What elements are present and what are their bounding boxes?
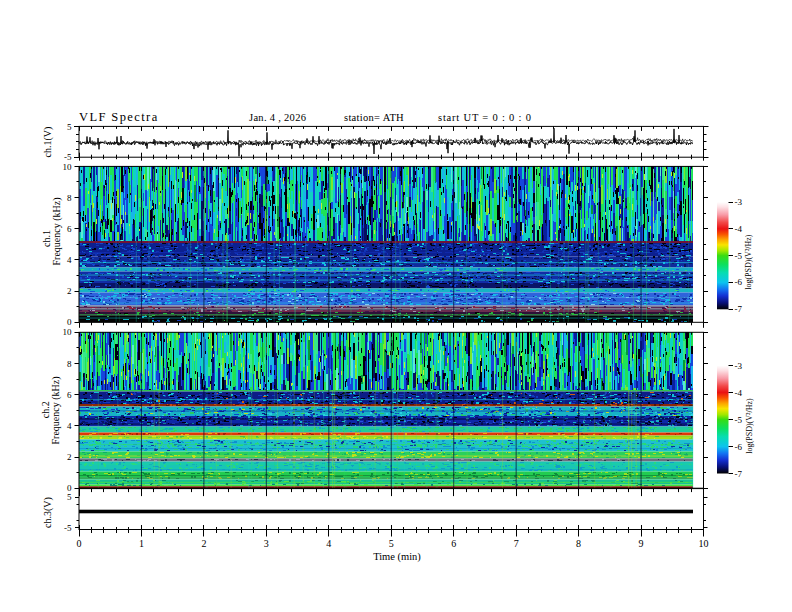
svg-text:2: 2 <box>201 538 206 549</box>
svg-text:log(PSD)(V²/Hz): log(PSD)(V²/Hz) <box>745 234 754 290</box>
svg-text:4: 4 <box>326 538 331 549</box>
svg-text:Time (min): Time (min) <box>373 551 421 563</box>
svg-text:-5: -5 <box>64 523 72 533</box>
svg-text:10: 10 <box>63 327 73 337</box>
svg-text:Jan. 4 , 2026: Jan. 4 , 2026 <box>249 112 306 123</box>
svg-text:ch.3(V): ch.3(V) <box>42 497 54 528</box>
svg-text:10: 10 <box>699 538 709 549</box>
svg-text:8: 8 <box>67 359 72 369</box>
svg-text:0: 0 <box>77 538 82 549</box>
svg-text:-3: -3 <box>735 361 743 371</box>
svg-text:4: 4 <box>67 421 72 431</box>
svg-text:Frequency (kHz): Frequency (kHz) <box>51 197 63 265</box>
svg-text:6: 6 <box>67 224 72 234</box>
svg-text:station= ATH: station= ATH <box>344 112 404 123</box>
svg-text:ch.1(V): ch.1(V) <box>42 127 54 158</box>
svg-text:-4: -4 <box>735 224 743 234</box>
svg-text:1: 1 <box>139 538 144 549</box>
svg-text:8: 8 <box>67 193 72 203</box>
svg-text:log(PSD)(V²/Hz): log(PSD)(V²/Hz) <box>745 398 754 454</box>
svg-text:-6: -6 <box>735 277 743 287</box>
svg-text:8: 8 <box>576 538 581 549</box>
svg-text:6: 6 <box>451 538 456 549</box>
svg-text:-5: -5 <box>735 415 743 425</box>
svg-text:7: 7 <box>514 538 519 549</box>
svg-text:-7: -7 <box>735 469 743 479</box>
svg-text:4: 4 <box>67 255 72 265</box>
svg-text:-6: -6 <box>735 442 743 452</box>
svg-text:start UT = 0 : 0 : 0: start UT = 0 : 0 : 0 <box>438 112 532 123</box>
svg-text:5: 5 <box>389 538 394 549</box>
svg-text:Frequency (kHz): Frequency (kHz) <box>50 376 62 444</box>
svg-text:5: 5 <box>67 122 72 132</box>
svg-text:2: 2 <box>67 286 72 296</box>
svg-text:-7: -7 <box>735 304 743 314</box>
svg-text:6: 6 <box>67 390 72 400</box>
svg-text:-4: -4 <box>735 388 743 398</box>
svg-text:0: 0 <box>67 317 72 327</box>
svg-text:-3: -3 <box>735 197 743 207</box>
svg-text:VLF Spectra: VLF Spectra <box>79 110 159 124</box>
svg-text:-5: -5 <box>735 251 743 261</box>
svg-text:10: 10 <box>63 162 73 172</box>
svg-text:2: 2 <box>67 452 72 462</box>
svg-text:9: 9 <box>639 538 644 549</box>
svg-text:3: 3 <box>264 538 269 549</box>
svg-text:5: 5 <box>67 492 72 502</box>
